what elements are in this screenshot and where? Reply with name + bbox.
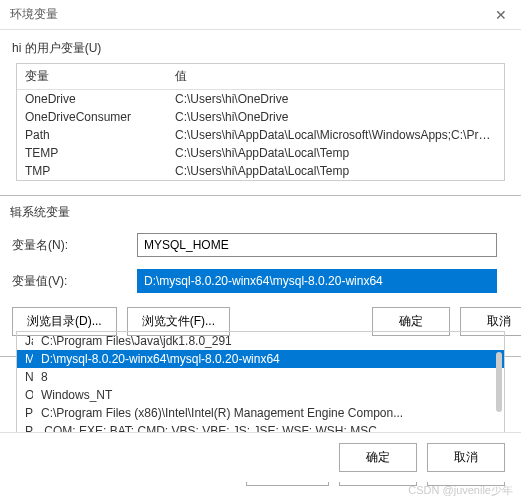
dialog-footer: 确定 取消	[0, 432, 521, 482]
var-name-input[interactable]	[137, 233, 497, 257]
table-row[interactable]: OneDriveC:\Users\hi\OneDrive	[17, 90, 504, 109]
table-row[interactable]: Java_homeC:\Program Files\Java\jdk1.8.0_…	[17, 332, 504, 350]
table-row[interactable]: OSWindows_NT	[17, 386, 504, 404]
window-title: 环境变量	[10, 6, 58, 23]
scrollbar[interactable]	[496, 352, 502, 412]
table-row[interactable]: PathC:\Users\hi\AppData\Local\Microsoft\…	[17, 126, 504, 144]
table-row[interactable]: PathC:\Program Files (x86)\Intel\Intel(R…	[17, 404, 504, 422]
close-icon[interactable]: ✕	[491, 7, 511, 23]
sys-vars-table[interactable]: Java_homeC:\Program Files\Java\jdk1.8.0_…	[17, 332, 504, 440]
sys-vars-table-wrap: Java_homeC:\Program Files\Java\jdk1.8.0_…	[16, 331, 505, 441]
var-value-input[interactable]	[137, 269, 497, 293]
user-vars-table[interactable]: 变量 值 OneDriveC:\Users\hi\OneDriveOneDriv…	[17, 64, 504, 180]
table-row[interactable]: TMPC:\Users\hi\AppData\Local\Temp	[17, 162, 504, 180]
col-value[interactable]: 值	[167, 64, 504, 90]
user-vars-table-wrap: 变量 值 OneDriveC:\Users\hi\OneDriveOneDriv…	[16, 63, 505, 181]
user-vars-label: hi 的用户变量(U)	[0, 30, 521, 63]
edit-dialog-title: 辑系统变量	[10, 204, 70, 221]
table-row[interactable]: OneDriveConsumerC:\Users\hi\OneDrive	[17, 108, 504, 126]
var-value-label: 变量值(V):	[12, 273, 127, 290]
var-name-label: 变量名(N):	[12, 237, 127, 254]
table-row[interactable]: TEMPC:\Users\hi\AppData\Local\Temp	[17, 144, 504, 162]
cancel-button[interactable]: 取消	[427, 443, 505, 472]
col-name[interactable]: 变量	[17, 64, 167, 90]
watermark: CSDN @juvenile少年	[408, 483, 513, 498]
titlebar: 环境变量 ✕	[0, 0, 521, 30]
table-row[interactable]: MYSQL_HOMED:\mysql-8.0.20-winx64\mysql-8…	[17, 350, 504, 368]
ok-button[interactable]: 确定	[339, 443, 417, 472]
table-row[interactable]: NUMBER_OF_PROCESSORS8	[17, 368, 504, 386]
